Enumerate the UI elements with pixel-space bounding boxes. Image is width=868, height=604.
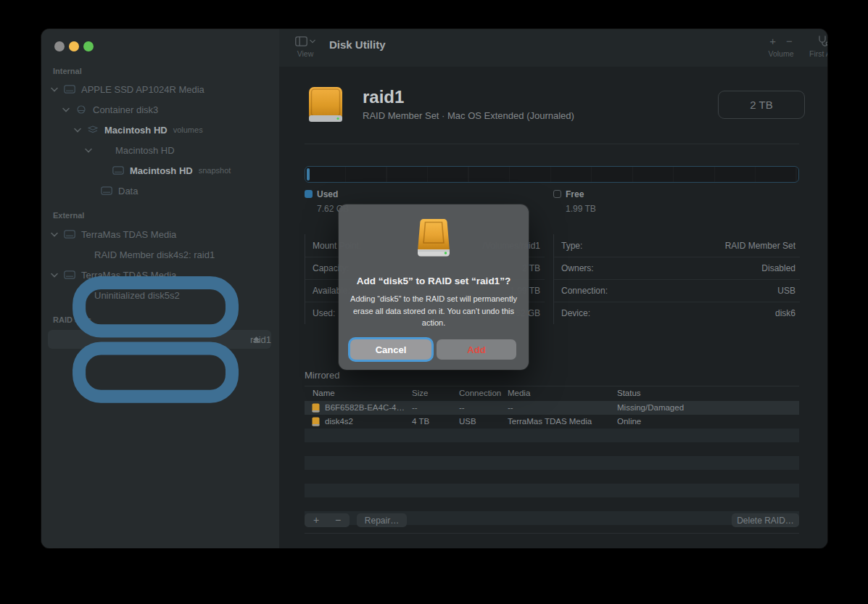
minus-icon[interactable]: − [786,36,793,46]
sidebar-section-internal: Internal [53,67,82,75]
sidebar-item-label: Container disk3 [93,104,158,115]
info-label: Owners: [561,263,594,273]
chevron-down-icon[interactable] [51,273,58,278]
volume-group-icon [87,125,99,134]
raid-set-icon [68,274,243,405]
chevron-down-icon[interactable] [51,87,58,92]
sidebar-item-label: Macintosh HD [104,125,168,136]
sidebar-item-label: Macintosh HD [130,165,193,176]
repair-button[interactable]: Repair… [357,513,407,527]
cell-connection: USB [459,417,476,426]
col-media[interactable]: Media [508,389,530,397]
info-label: Used: [313,308,335,318]
sidebar-item-label: APPLE SSD AP1024R Media [81,84,204,95]
view-label: View [289,49,321,58]
minimize-button[interactable] [69,41,79,51]
page-subtitle: RAID Member Set · Mac OS Extended (Journ… [363,110,574,121]
zoom-button[interactable] [83,41,94,51]
cell-status: Online [617,417,641,426]
volume-icon [112,166,124,175]
sidebar-item-apple-ssd[interactable]: APPLE SSD AP1024R Media [41,79,279,99]
info-label: Type: [561,241,582,251]
toolbar: View Disk Utility +− Volume First Aid Pa… [279,29,827,67]
sidebar-item-label: RAID Member disk4s2: raid1 [94,249,215,260]
table-row[interactable]: disk4s2 4 TB USB TerraMas TDAS Media Onl… [305,415,799,429]
free-legend-value: 1.99 TB [566,204,596,214]
info-label: Device: [561,308,590,318]
cell-media: TerraMas TDAS Media [508,417,592,426]
sidebar-item-raid-member-disk4s2[interactable]: RAID Member disk4s2: raid1 [41,244,279,265]
col-name[interactable]: Name [313,389,335,397]
chevron-down-icon [310,39,315,44]
cell-name: B6F6582B-EA4C-4… [325,403,405,412]
sidebar-item-macintosh-hd[interactable]: Macintosh HD [41,140,279,160]
sidebar: Internal APPLE SSD AP1024R Media Contain… [41,29,280,548]
sidebar-item-label: Macintosh HD [115,145,175,156]
sidebar-item-raid1-selected[interactable]: raid1 [48,330,271,349]
cell-connection: -- [459,403,465,412]
sidebar-item-macintosh-hd-snapshot[interactable]: Macintosh HD snapshot [41,160,279,181]
cell-name: disk4s2 [325,417,353,426]
page-title: raid1 [363,87,404,107]
add-member-button[interactable]: + [305,514,327,526]
sidebar-item-macintosh-hd-volumes[interactable]: Macintosh HD volumes [41,120,279,140]
sidebar-item-label: Data [118,186,138,196]
stethoscope-icon [817,36,828,47]
add-remove-member-control: + − [305,513,350,527]
sidebar-view-icon [295,36,307,46]
sidebar-section-external: External [53,211,84,220]
orange-drive-icon [307,86,344,125]
volume-icon [101,186,112,195]
info-panel-right: Type:RAID Member Set Owners:Disabled Con… [553,234,800,324]
container-icon [75,105,87,114]
close-button[interactable] [54,41,65,51]
cell-media: -- [508,403,513,412]
external-disk-icon [64,230,75,239]
sidebar-item-suffix: volumes [173,125,203,134]
disk-utility-window: Internal APPLE SSD AP1024R Media Contain… [41,29,827,548]
dialog-body: Adding “disk5” to the RAID set will perm… [350,293,517,329]
cell-size: 4 TB [412,417,429,426]
first-aid-button[interactable]: First Aid [803,35,827,58]
free-legend-label: Free [566,189,584,199]
view-button[interactable]: View [289,35,321,58]
info-row-connection: Connection:USB [554,279,800,302]
volume-label: Volume [761,49,801,58]
chevron-down-icon[interactable] [51,232,58,237]
eject-icon[interactable] [252,336,261,344]
sidebar-item-container-disk3[interactable]: Container disk3 [41,99,279,120]
table-row[interactable]: B6F6582B-EA4C-4… -- -- -- Missing/Damage… [305,401,799,415]
remove-member-button[interactable]: − [327,514,349,526]
info-value: disk6 [775,308,795,318]
info-value: USB [777,286,795,296]
info-row-device: Device:disk6 [554,302,800,324]
divider [305,144,799,144]
chevron-down-icon[interactable] [74,128,81,133]
sidebar-item-terramas-1[interactable]: TerraMas TDAS Media [41,224,279,244]
usage-bar [305,166,799,183]
used-legend-label: Used [317,189,338,199]
chevron-down-icon[interactable] [85,148,92,153]
col-connection[interactable]: Connection [459,389,501,397]
drive-row-icon [312,417,320,426]
cell-status: Missing/Damaged [617,403,684,412]
plus-icon[interactable]: + [769,36,776,46]
size-badge: 2 TB [718,91,805,119]
col-size[interactable]: Size [412,389,428,397]
add-button[interactable]: Add [437,339,516,360]
chevron-down-icon[interactable] [62,107,70,112]
drive-row-icon [312,403,320,413]
usage-bar-used-segment [307,168,310,181]
first-aid-label: First Aid [803,49,827,58]
volume-button[interactable]: +− Volume [761,35,801,58]
mirrored-section-label: Mirrored [305,370,339,381]
dialog-title: Add “disk5” to RAID set “raid1”? [344,276,523,286]
sidebar-item-data[interactable]: Data [41,181,279,201]
orange-drive-icon [412,218,455,260]
delete-raid-button[interactable]: Delete RAID… [732,513,799,527]
info-value: Disabled [761,263,795,273]
col-status[interactable]: Status [617,389,641,397]
window-title: Disk Utility [329,38,386,51]
cancel-button[interactable]: Cancel [350,339,431,360]
screen: Internal APPLE SSD AP1024R Media Contain… [0,0,868,604]
